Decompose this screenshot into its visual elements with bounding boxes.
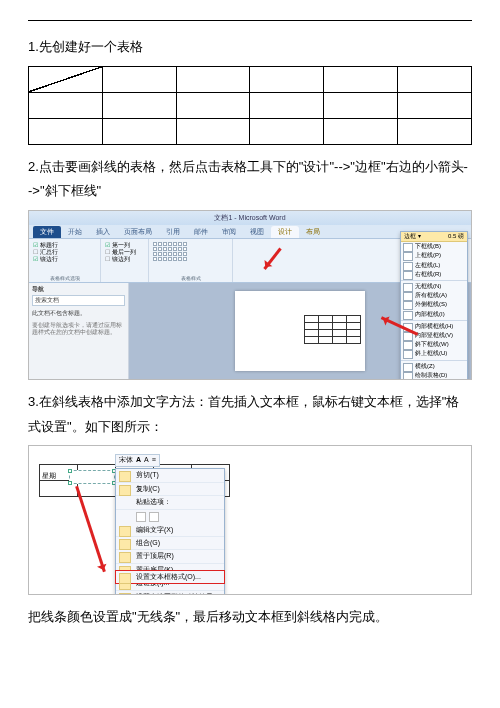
opt-total-row[interactable]: 汇总行 xyxy=(33,249,96,256)
ctx-cut[interactable]: 剪切(T) xyxy=(116,469,224,482)
border-diag-down[interactable]: 斜下框线(W) xyxy=(401,340,467,349)
border-draw[interactable]: 绘制表格(D) xyxy=(401,371,467,380)
top-rule xyxy=(28,20,472,21)
border-top[interactable]: 上框线(P) xyxy=(401,251,467,260)
border-left[interactable]: 左框线(L) xyxy=(401,261,467,270)
ctx-default[interactable]: 设置自选图形的默认效果(D) xyxy=(116,591,224,596)
tab-mail[interactable]: 邮件 xyxy=(187,226,215,238)
ctx-edit-text[interactable]: 编辑文字(X) xyxy=(116,524,224,537)
opt-banded-col[interactable]: 镶边列 xyxy=(105,256,144,263)
tab-home[interactable]: 开始 xyxy=(61,226,89,238)
border-none[interactable]: 无框线(N) xyxy=(401,282,467,291)
opt-banded-row[interactable]: 镶边行 xyxy=(33,256,96,263)
tab-file[interactable]: 文件 xyxy=(33,226,61,238)
diagonal-cell xyxy=(29,66,103,92)
tab-layout[interactable]: 页面布局 xyxy=(117,226,159,238)
border-diag-up[interactable]: 斜上框线(U) xyxy=(401,349,467,358)
word-screenshot-1: 文档1 - Microsoft Word 文件 开始 插入 页面布局 引用 邮件… xyxy=(28,210,472,380)
red-arrow-icon xyxy=(263,248,281,270)
ctx-front[interactable]: 置于顶层(R) xyxy=(116,550,224,563)
border-inside[interactable]: 内部框线(I) xyxy=(401,310,467,319)
step-2: 2.点击要画斜线的表格，然后点击表格工具下的"设计"-->"边框"右边的小箭头-… xyxy=(28,155,472,204)
tab-ref[interactable]: 引用 xyxy=(159,226,187,238)
step-4: 把线条颜色设置成"无线条"，最后移动文本框到斜线格内完成。 xyxy=(28,605,472,630)
borders-button[interactable]: 边框 xyxy=(404,233,416,240)
ctx-paste-label: 粘贴选项： xyxy=(116,496,224,509)
word-screenshot-2: 星期 宋体AA≡ 剪切(T) 复制(C) 粘贴选项： 编辑文字(X) 组合(G)… xyxy=(28,445,472,595)
opt-header-row[interactable]: 标题行 xyxy=(33,242,96,249)
tab-view[interactable]: 视图 xyxy=(243,226,271,238)
border-bottom[interactable]: 下框线(B) xyxy=(401,242,467,251)
tab-design[interactable]: 设计 xyxy=(271,226,299,238)
navigation-pane: 导航 搜索文档 此文档不包含标题。 要创建导航选项卡，请通过应用标题样式在您的文… xyxy=(29,283,129,379)
ctx-paste-options[interactable] xyxy=(116,510,224,524)
opt-first-col[interactable]: 第一列 xyxy=(105,242,144,249)
search-input[interactable]: 搜索文档 xyxy=(32,295,125,306)
tab-tlayout[interactable]: 布局 xyxy=(299,226,327,238)
ctx-copy[interactable]: 复制(C) xyxy=(116,483,224,496)
red-arrow-icon-3 xyxy=(75,486,106,573)
demo-table xyxy=(28,66,472,145)
border-all[interactable]: 所有框线(A) xyxy=(401,291,467,300)
step-3: 3.在斜线表格中添加文字方法：首先插入文本框，鼠标右键文本框，选择"格式设置"。… xyxy=(28,390,472,439)
mini-toolbar[interactable]: 宋体AA≡ xyxy=(115,454,160,466)
borders-dropdown: 边框▾0.5 磅 下框线(B) 上框线(P) 左框线(L) 右框线(R) 无框线… xyxy=(400,231,468,380)
inserted-table xyxy=(304,315,361,344)
opt-last-col[interactable]: 最后一列 xyxy=(105,249,144,256)
step-1: 1.先创建好一个表格 xyxy=(28,35,472,60)
style-gallery[interactable] xyxy=(153,242,228,261)
tab-review[interactable]: 审阅 xyxy=(215,226,243,238)
border-right[interactable]: 右框线(R) xyxy=(401,270,467,279)
border-outside[interactable]: 外侧框线(S) xyxy=(401,300,467,309)
ctx-group[interactable]: 组合(G) xyxy=(116,537,224,550)
border-hline[interactable]: 横线(Z) xyxy=(401,362,467,371)
tab-insert[interactable]: 插入 xyxy=(89,226,117,238)
title-bar: 文档1 - Microsoft Word xyxy=(29,211,471,225)
ctx-format-textbox[interactable]: 设置文本框格式(O)... xyxy=(115,570,225,584)
text-box[interactable] xyxy=(69,470,115,484)
